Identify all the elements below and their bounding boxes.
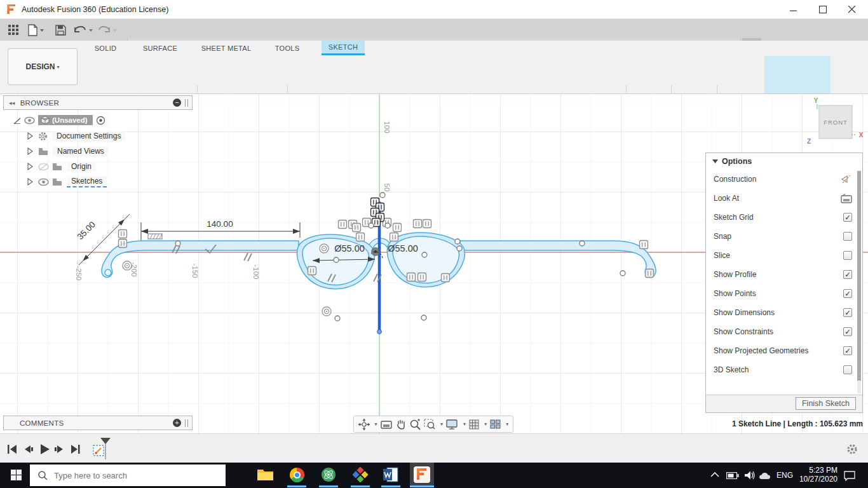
viewports-icon[interactable] <box>490 419 501 429</box>
root-document[interactable]: (Unsaved) <box>38 115 93 125</box>
snap-checkbox[interactable] <box>843 232 852 241</box>
tab-sketch[interactable]: SKETCH <box>322 41 365 55</box>
browser-item-origin[interactable]: Origin <box>27 161 96 172</box>
palette-row-show-constraints[interactable]: Show Constraints✓ <box>706 322 862 341</box>
palette-row-slice[interactable]: Slice <box>706 246 862 265</box>
palette-row-snap[interactable]: Snap <box>706 227 862 246</box>
component-cube-icon <box>41 116 50 125</box>
palette-row-3d-sketch[interactable]: 3D Sketch <box>706 360 862 379</box>
palette-row-sketch-grid[interactable]: Sketch Grid✓ <box>706 208 862 227</box>
browser-grip[interactable] <box>185 99 188 107</box>
construction-icon[interactable] <box>841 174 852 184</box>
running-indicator <box>410 485 434 487</box>
undo-button[interactable] <box>72 19 94 41</box>
visibility-off-eye-icon[interactable] <box>38 163 49 171</box>
add-comment-icon[interactable]: + <box>173 419 181 427</box>
expand-icon[interactable] <box>27 132 34 140</box>
expand-icon[interactable] <box>27 147 34 155</box>
finish-sketch-highlight <box>764 56 831 93</box>
timeline-sketch-feature[interactable] <box>92 438 117 461</box>
left-temple-tip <box>105 269 111 276</box>
viewports-caret[interactable]: ▾ <box>506 421 508 427</box>
word-icon[interactable] <box>380 463 402 487</box>
chrome-icon[interactable] <box>286 463 308 487</box>
file-explorer-icon[interactable] <box>254 463 276 487</box>
palette-row-construction[interactable]: Construction <box>706 170 862 189</box>
zoom-icon[interactable] <box>409 419 421 430</box>
zoom-window-icon[interactable] <box>424 419 435 430</box>
show-profile-checkbox[interactable]: ✓ <box>843 270 852 279</box>
palette-row-show-projected[interactable]: Show Projected Geometries✓ <box>706 341 862 360</box>
timeline-playback-controls[interactable] <box>6 444 83 455</box>
tab-sheet-metal[interactable]: SHEET METAL <box>197 41 255 55</box>
browser-root-row[interactable]: (Unsaved) <box>13 114 105 126</box>
zoom-window-caret[interactable]: ▾ <box>440 421 443 427</box>
sketch-palette: Options Construction Look At Sketch Grid… <box>705 152 863 413</box>
browser-minimize-icon[interactable]: − <box>173 98 181 107</box>
slice-checkbox[interactable] <box>843 251 852 260</box>
battery-icon[interactable] <box>726 472 739 479</box>
browser-item-named-views[interactable]: Named Views <box>27 146 109 157</box>
expand-icon[interactable] <box>27 163 34 170</box>
onedrive-icon[interactable] <box>759 472 771 480</box>
redo-button[interactable] <box>97 19 118 41</box>
palette-scrollbar-thumb[interactable] <box>857 171 861 381</box>
maximize-button[interactable] <box>808 0 837 19</box>
file-menu-button[interactable] <box>27 19 46 41</box>
browser-item-document-settings[interactable]: Document Settings <box>27 130 125 142</box>
grid-settings-icon[interactable] <box>469 419 479 430</box>
action-center-icon[interactable] <box>844 471 856 481</box>
save-button[interactable] <box>53 19 67 41</box>
visibility-eye-icon[interactable] <box>38 178 49 186</box>
app-launcher-icon[interactable] <box>5 19 22 41</box>
palette-row-look-at[interactable]: Look At <box>706 189 862 208</box>
sketch-grid-checkbox[interactable]: ✓ <box>843 213 852 222</box>
selection-status: 1 Sketch Line | Length : 105.623 mm <box>635 419 863 428</box>
options-section-header[interactable]: Options <box>706 153 862 170</box>
taskbar-search-input[interactable] <box>30 464 226 486</box>
expand-icon[interactable] <box>27 178 34 186</box>
timeline-options-gear-icon[interactable] <box>846 444 858 455</box>
show-projected-checkbox[interactable]: ✓ <box>843 346 852 355</box>
tray-chevron-icon[interactable] <box>710 471 719 478</box>
tab-solid[interactable]: SOLID <box>89 41 122 55</box>
palette-row-show-dimensions[interactable]: Show Dimensions✓ <box>706 303 862 322</box>
activate-radio-icon[interactable] <box>96 116 105 125</box>
workspace-selector[interactable]: DESIGN▾ <box>8 48 78 85</box>
look-at-icon[interactable] <box>841 194 852 203</box>
grid-settings-caret[interactable]: ▾ <box>484 421 487 427</box>
browser-header[interactable]: ◂◂ BROWSER − <box>3 95 193 110</box>
orbit-caret[interactable]: ▾ <box>375 421 377 427</box>
show-constraints-checkbox[interactable]: ✓ <box>843 327 852 336</box>
tab-tools[interactable]: TOOLS <box>269 41 305 55</box>
volume-icon[interactable] <box>745 471 756 480</box>
close-button[interactable] <box>837 0 867 19</box>
expand-root-icon[interactable] <box>13 116 20 124</box>
minimize-button[interactable] <box>779 0 808 19</box>
visibility-eye-icon[interactable] <box>24 116 35 125</box>
pan-icon[interactable] <box>395 419 406 430</box>
look-at-view-icon[interactable] <box>381 419 392 429</box>
fusion-taskbar-icon[interactable] <box>410 463 434 487</box>
comments-grip[interactable] <box>185 419 188 427</box>
show-dimensions-checkbox[interactable]: ✓ <box>843 308 852 317</box>
browser-item-sketches[interactable]: Sketches <box>27 176 107 187</box>
comments-header[interactable]: COMMENTS + <box>3 416 193 430</box>
finish-sketch-button[interactable]: Finish Sketch <box>796 397 856 410</box>
clock[interactable]: 5:23 PM 10/27/2020 <box>796 466 837 484</box>
3d-sketch-checkbox[interactable] <box>843 365 852 374</box>
collapse-browser-icon[interactable]: ◂◂ <box>9 100 15 106</box>
gear-icon <box>38 132 48 141</box>
orbit-icon[interactable] <box>358 419 370 430</box>
start-button[interactable] <box>5 463 27 487</box>
packet-tracer-icon[interactable] <box>318 463 339 487</box>
tab-surface[interactable]: SURFACE <box>137 41 183 55</box>
language-indicator[interactable]: ENG <box>776 471 793 480</box>
palette-scrollbar[interactable] <box>857 171 861 393</box>
display-settings-icon[interactable] <box>446 419 458 430</box>
palette-row-show-points[interactable]: Show Points✓ <box>706 284 862 303</box>
palette-row-show-profile[interactable]: Show Profile✓ <box>706 265 862 284</box>
show-points-checkbox[interactable]: ✓ <box>843 289 852 298</box>
display-settings-caret[interactable]: ▾ <box>463 421 466 427</box>
diamond-app-icon[interactable] <box>349 463 371 487</box>
